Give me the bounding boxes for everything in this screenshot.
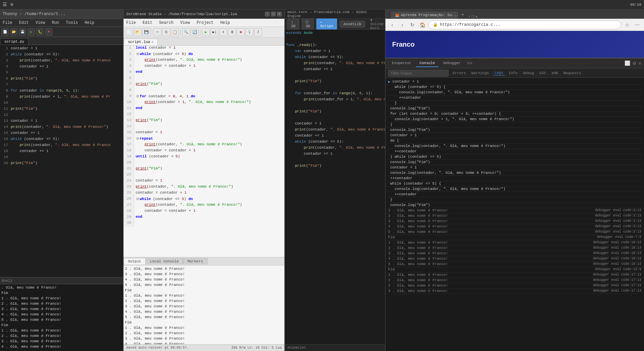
devtools-tab-debugger[interactable]: Debugger <box>440 60 464 67</box>
console-filter-input[interactable] <box>388 70 449 77</box>
godot-3d-btn[interactable]: ⬡ 3D <box>302 18 314 30</box>
zb-code-line-1: 1 local contador = 1 <box>124 46 284 52</box>
maximize-btn[interactable]: □ <box>271 12 276 16</box>
zb-tab-script[interactable]: script.lua ✕ <box>124 39 158 45</box>
godot-animation-btn[interactable]: Animation <box>287 346 306 350</box>
devtools-dock-icon[interactable]: ⬜ <box>625 60 630 66</box>
godot-2d-btn[interactable]: ↕ 2D <box>287 19 299 30</box>
thonny-new-btn[interactable]: 📄 <box>1 28 9 36</box>
thonny-menu-help[interactable]: Help <box>83 20 96 26</box>
shell-content: . Olá, meu nome é Franco! Fim 1 . Olá, m… <box>1 286 122 348</box>
zb-cut-btn[interactable]: ✂ <box>153 28 162 36</box>
godot-code-area[interactable]: extends Node func _ready(): var contador… <box>285 30 385 344</box>
shell-line: 3 . Olá, meu nome é Franco! <box>1 307 122 312</box>
zb-code-line-17: 17 print(contador, ". Olá, meu nome é Fr… <box>124 142 284 148</box>
zb-run-to-btn[interactable]: ▶| <box>211 28 219 36</box>
zb-replace-btn[interactable]: 🔄 <box>191 28 199 36</box>
zb-save-btn[interactable]: 💾 <box>142 28 150 36</box>
zb-menu-help[interactable]: Help <box>219 20 231 26</box>
zb-code-area[interactable]: 1 local contador = 1 2 ⊟while (contador … <box>124 46 284 257</box>
thonny-save-btn[interactable]: 💾 <box>19 28 26 36</box>
filter-tab-requests[interactable]: Requests <box>562 71 583 76</box>
zb-paste-btn[interactable]: 📋 <box>171 28 179 36</box>
ff-home-btn[interactable]: 🏠 <box>418 21 426 29</box>
godot-online-docs[interactable]: ● Online Docs <box>370 18 384 30</box>
system-menu-icon[interactable]: ☰ <box>3 2 7 7</box>
thonny-menu-file[interactable]: File <box>1 20 14 26</box>
ff-bookmark-btn[interactable]: ☆ <box>623 21 631 29</box>
filter-tabs: Errors Warnings Logs Info Debug CSS XHR … <box>451 70 583 76</box>
console-output-area[interactable]: ▶ contador = 1 while (contador <= 5) { c… <box>385 78 644 351</box>
godot-toolbar: ↕ 2D ⬡ 3D ✏ Script AssetLib ● Online Doc… <box>285 19 385 30</box>
zb-tab-label: script.lua <box>128 40 150 44</box>
zb-menu-view[interactable]: View <box>179 20 191 26</box>
filter-tab-errors[interactable]: Errors <box>451 71 467 76</box>
filter-tab-css[interactable]: CSS <box>538 71 547 76</box>
ff-back-btn[interactable]: ‹ <box>388 21 396 29</box>
godot-script-btn[interactable]: ✏ Script <box>316 18 337 30</box>
zb-tab-close[interactable]: ✕ <box>151 40 153 44</box>
minimize-btn[interactable]: − <box>265 12 270 16</box>
zb-output-content[interactable]: 2 . Olá, meu nome é Franco! 3 . Olá, meu… <box>124 265 284 344</box>
zb-pause-btn[interactable]: ⏸ <box>228 28 236 36</box>
zb-local-console-tab[interactable]: Local console <box>146 258 183 264</box>
thonny-menu-tools[interactable]: Tools <box>64 20 79 26</box>
code-line-19: 19 <box>0 155 123 161</box>
filter-tab-debug[interactable]: Debug <box>521 71 535 76</box>
ff-tab-main[interactable]: 🦊 Aprenda Programação: Su... ✕ <box>391 12 458 19</box>
thonny-stop-btn[interactable]: ■ <box>45 28 52 36</box>
zb-step-btn[interactable]: ⬇ <box>219 28 227 36</box>
filter-tab-xhr[interactable]: XHR <box>550 71 559 76</box>
zb-step-over-btn[interactable]: ⤵ <box>245 28 254 36</box>
code-line-9: 9 print(contador + 1, ". Olá, meu nome é… <box>0 95 123 101</box>
thonny-tab-script[interactable]: script.py <box>0 38 29 45</box>
godot-title: main.tscn – FrancoGarcia.com - Godot Eng… <box>287 10 382 18</box>
godot-assetlib-btn[interactable]: AssetLib <box>340 21 365 28</box>
ff-url-bar[interactable]: 🔒 https://francogarcia.c... <box>428 20 621 29</box>
ff-more-btn[interactable]: ⋯ <box>633 21 641 29</box>
thonny-menu-run[interactable]: Run <box>50 20 60 26</box>
zb-menu-project[interactable]: Project <box>195 20 215 26</box>
thonny-debug-btn[interactable]: 🐛 <box>36 28 44 36</box>
zb-step-out-btn[interactable]: ⤴ <box>254 28 262 36</box>
devtools-more-tabs-btn[interactable]: >> <box>465 61 474 66</box>
ff-new-tab-btn[interactable]: + <box>459 11 467 19</box>
devtools-tab-console[interactable]: Console <box>416 60 438 67</box>
output-line: 2 . Olá, meu nome é Franco! <box>125 267 283 272</box>
filter-tab-info[interactable]: Info <box>507 71 519 76</box>
zb-code-line-12: 12 <box>124 112 284 118</box>
zb-menu-edit[interactable]: Edit <box>141 20 154 26</box>
zb-menu-file[interactable]: File <box>125 20 137 26</box>
zb-search-btn[interactable]: 🔍 <box>182 28 190 36</box>
thonny-code-area[interactable]: 1 contador = 1 2 while (contador <= 5): … <box>0 45 123 277</box>
ff-forward-btn[interactable]: › <box>398 21 406 29</box>
thonny-menu-edit[interactable]: Edit <box>18 20 30 26</box>
thonny-open-btn[interactable]: 📂 <box>10 28 17 36</box>
lock-icon: 🔒 <box>433 22 438 27</box>
zb-open-btn[interactable]: 📂 <box>134 28 142 36</box>
ff-close-btn[interactable]: ✕ <box>475 14 478 19</box>
ff-maximize-btn[interactable]: □ <box>472 14 474 18</box>
devtools-close-icon[interactable]: ✕ <box>639 60 641 66</box>
devtools-tab-inspector[interactable]: Inspector <box>388 60 415 67</box>
close-btn[interactable]: ✕ <box>277 12 282 16</box>
thonny-run-btn[interactable]: ▶ <box>28 28 35 36</box>
zb-stop-btn[interactable]: ■ <box>237 28 245 36</box>
zb-menu-search[interactable]: Search <box>158 20 175 26</box>
console-output-line: 2 . Olá, meu nome é Franco! debugger eva… <box>387 213 643 219</box>
zb-output-tab[interactable]: Output <box>124 258 146 264</box>
devtools-settings-icon[interactable]: ⚙ <box>633 60 636 66</box>
zb-markers-tab[interactable]: Markers <box>183 258 207 264</box>
thonny-menu-view[interactable]: View <box>34 20 47 26</box>
zb-run-btn[interactable]: ▶ <box>202 28 210 36</box>
shell-line: 2 . Olá, meu nome é Franco! <box>1 302 122 307</box>
filter-tab-warnings[interactable]: Warnings <box>470 71 491 76</box>
thonny-shell[interactable]: . Olá, meu nome é Franco! Fim 1 . Olá, m… <box>0 284 123 351</box>
zb-copy-btn[interactable]: ⎘ <box>162 28 170 36</box>
zb-new-btn[interactable]: 📄 <box>125 28 133 36</box>
filter-tab-logs[interactable]: Logs <box>493 70 504 76</box>
code-line-12: 12 <box>0 113 123 119</box>
console-line: } while (contador <= 5) <box>387 154 643 160</box>
ff-refresh-btn[interactable]: ↻ <box>408 21 416 29</box>
ff-minimize-btn[interactable]: − <box>468 14 470 18</box>
